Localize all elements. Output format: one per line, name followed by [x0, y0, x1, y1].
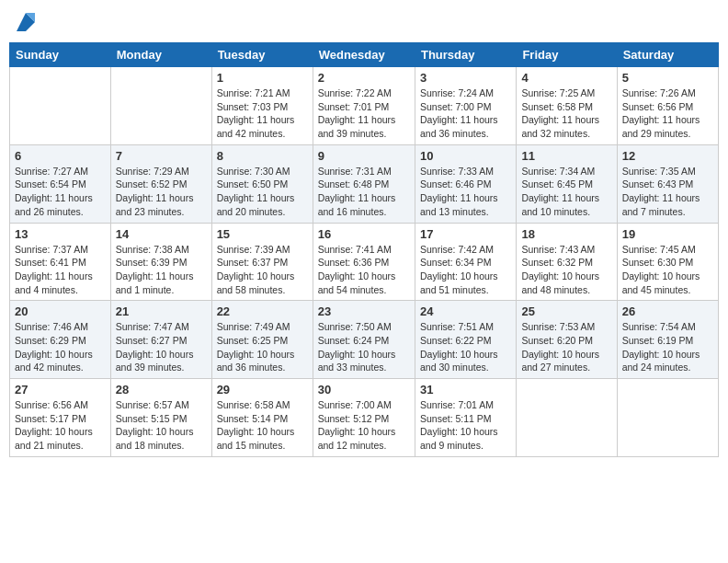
day-info: Sunrise: 7:34 AMSunset: 6:45 PMDaylight:… — [521, 165, 611, 219]
calendar-cell: 20Sunrise: 7:46 AMSunset: 6:29 PMDayligh… — [10, 301, 111, 379]
day-number: 21 — [116, 304, 207, 318]
calendar-cell: 29Sunrise: 6:58 AMSunset: 5:14 PMDayligh… — [211, 379, 313, 457]
calendar-cell: 4Sunrise: 7:25 AMSunset: 6:58 PMDaylight… — [517, 67, 617, 145]
calendar-cell: 30Sunrise: 7:00 AMSunset: 5:12 PMDayligh… — [313, 379, 415, 457]
calendar-cell: 24Sunrise: 7:51 AMSunset: 6:22 PMDayligh… — [415, 301, 516, 379]
calendar-week-3: 13Sunrise: 7:37 AMSunset: 6:41 PMDayligh… — [10, 223, 719, 301]
calendar-cell: 1Sunrise: 7:21 AMSunset: 7:03 PMDaylight… — [211, 67, 313, 145]
day-number: 11 — [521, 149, 611, 163]
day-number: 7 — [116, 149, 207, 163]
calendar-header-tuesday: Tuesday — [211, 43, 313, 67]
calendar-cell: 8Sunrise: 7:30 AMSunset: 6:50 PMDaylight… — [211, 144, 313, 223]
day-info: Sunrise: 7:24 AMSunset: 7:00 PMDaylight:… — [420, 86, 511, 141]
calendar-week-5: 27Sunrise: 6:56 AMSunset: 5:17 PMDayligh… — [10, 379, 719, 457]
calendar-cell: 10Sunrise: 7:33 AMSunset: 6:46 PMDayligh… — [415, 144, 516, 223]
day-info: Sunrise: 6:57 AMSunset: 5:15 PMDaylight:… — [116, 398, 207, 453]
calendar-cell: 27Sunrise: 6:56 AMSunset: 5:17 PMDayligh… — [10, 379, 111, 457]
day-info: Sunrise: 7:51 AMSunset: 6:22 PMDaylight:… — [420, 320, 511, 374]
day-info: Sunrise: 7:29 AMSunset: 6:52 PMDaylight:… — [116, 165, 207, 219]
day-number: 29 — [217, 383, 308, 396]
day-info: Sunrise: 7:33 AMSunset: 6:46 PMDaylight:… — [420, 165, 511, 219]
day-number: 1 — [217, 71, 308, 85]
day-info: Sunrise: 7:49 AMSunset: 6:25 PMDaylight:… — [217, 320, 308, 374]
calendar-cell: 11Sunrise: 7:34 AMSunset: 6:45 PMDayligh… — [517, 144, 617, 223]
day-info: Sunrise: 7:27 AMSunset: 6:54 PMDaylight:… — [15, 165, 106, 219]
day-info: Sunrise: 7:26 AMSunset: 6:56 PMDaylight:… — [622, 86, 713, 141]
day-info: Sunrise: 7:54 AMSunset: 6:19 PMDaylight:… — [622, 320, 713, 374]
calendar-cell: 19Sunrise: 7:45 AMSunset: 6:30 PMDayligh… — [617, 223, 718, 301]
day-number: 13 — [15, 227, 106, 241]
day-info: Sunrise: 6:56 AMSunset: 5:17 PMDaylight:… — [15, 398, 106, 453]
calendar-cell: 26Sunrise: 7:54 AMSunset: 6:19 PMDayligh… — [617, 301, 718, 379]
day-info: Sunrise: 7:21 AMSunset: 7:03 PMDaylight:… — [217, 86, 308, 141]
calendar-cell: 25Sunrise: 7:53 AMSunset: 6:20 PMDayligh… — [517, 301, 617, 379]
day-info: Sunrise: 7:01 AMSunset: 5:11 PMDaylight:… — [420, 398, 511, 453]
calendar-cell: 12Sunrise: 7:35 AMSunset: 6:43 PMDayligh… — [617, 144, 718, 223]
calendar-cell: 14Sunrise: 7:38 AMSunset: 6:39 PMDayligh… — [110, 223, 211, 301]
calendar-cell — [617, 379, 718, 457]
day-number: 4 — [521, 71, 611, 85]
day-number: 28 — [116, 383, 207, 396]
logo-icon — [13, 9, 39, 35]
day-number: 18 — [521, 227, 611, 241]
day-info: Sunrise: 6:58 AMSunset: 5:14 PMDaylight:… — [217, 398, 308, 453]
day-info: Sunrise: 7:43 AMSunset: 6:32 PMDaylight:… — [521, 243, 611, 297]
day-number: 24 — [420, 304, 511, 318]
day-number: 16 — [318, 227, 410, 241]
day-number: 17 — [420, 227, 511, 241]
calendar-table: SundayMondayTuesdayWednesdayThursdayFrid… — [9, 42, 719, 457]
day-info: Sunrise: 7:46 AMSunset: 6:29 PMDaylight:… — [15, 320, 106, 374]
logo — [9, 9, 39, 35]
calendar-cell: 9Sunrise: 7:31 AMSunset: 6:48 PMDaylight… — [313, 144, 415, 223]
day-number: 26 — [622, 304, 713, 318]
calendar-week-2: 6Sunrise: 7:27 AMSunset: 6:54 PMDaylight… — [10, 144, 719, 223]
day-info: Sunrise: 7:22 AMSunset: 7:01 PMDaylight:… — [318, 86, 410, 141]
day-info: Sunrise: 7:31 AMSunset: 6:48 PMDaylight:… — [318, 165, 410, 219]
calendar-header-sunday: Sunday — [10, 43, 111, 67]
calendar-cell — [10, 67, 111, 145]
calendar-cell: 21Sunrise: 7:47 AMSunset: 6:27 PMDayligh… — [110, 301, 211, 379]
day-info: Sunrise: 7:25 AMSunset: 6:58 PMDaylight:… — [521, 86, 611, 141]
day-number: 6 — [15, 149, 106, 163]
calendar-cell: 23Sunrise: 7:50 AMSunset: 6:24 PMDayligh… — [313, 301, 415, 379]
day-number: 8 — [217, 149, 308, 163]
calendar-header-friday: Friday — [517, 43, 617, 67]
calendar-header-monday: Monday — [110, 43, 211, 67]
calendar-header-row: SundayMondayTuesdayWednesdayThursdayFrid… — [10, 43, 719, 67]
calendar-week-1: 1Sunrise: 7:21 AMSunset: 7:03 PMDaylight… — [10, 67, 719, 145]
calendar-cell: 18Sunrise: 7:43 AMSunset: 6:32 PMDayligh… — [517, 223, 617, 301]
calendar-cell: 5Sunrise: 7:26 AMSunset: 6:56 PMDaylight… — [617, 67, 718, 145]
day-number: 14 — [116, 227, 207, 241]
day-number: 2 — [318, 71, 410, 85]
calendar-cell: 22Sunrise: 7:49 AMSunset: 6:25 PMDayligh… — [211, 301, 313, 379]
calendar-cell: 16Sunrise: 7:41 AMSunset: 6:36 PMDayligh… — [313, 223, 415, 301]
day-number: 9 — [318, 149, 410, 163]
day-number: 27 — [15, 383, 106, 396]
day-info: Sunrise: 7:42 AMSunset: 6:34 PMDaylight:… — [420, 243, 511, 297]
calendar-cell: 13Sunrise: 7:37 AMSunset: 6:41 PMDayligh… — [10, 223, 111, 301]
day-info: Sunrise: 7:35 AMSunset: 6:43 PMDaylight:… — [622, 165, 713, 219]
calendar-cell — [517, 379, 617, 457]
calendar-cell: 7Sunrise: 7:29 AMSunset: 6:52 PMDaylight… — [110, 144, 211, 223]
calendar-cell: 28Sunrise: 6:57 AMSunset: 5:15 PMDayligh… — [110, 379, 211, 457]
day-info: Sunrise: 7:45 AMSunset: 6:30 PMDaylight:… — [622, 243, 713, 297]
day-number: 5 — [622, 71, 713, 85]
calendar-cell: 2Sunrise: 7:22 AMSunset: 7:01 PMDaylight… — [313, 67, 415, 145]
day-number: 3 — [420, 71, 511, 85]
day-info: Sunrise: 7:00 AMSunset: 5:12 PMDaylight:… — [318, 398, 410, 453]
calendar-cell: 3Sunrise: 7:24 AMSunset: 7:00 PMDaylight… — [415, 67, 516, 145]
page-header — [9, 9, 719, 35]
day-info: Sunrise: 7:47 AMSunset: 6:27 PMDaylight:… — [116, 320, 207, 374]
day-number: 22 — [217, 304, 308, 318]
day-info: Sunrise: 7:41 AMSunset: 6:36 PMDaylight:… — [318, 243, 410, 297]
day-number: 12 — [622, 149, 713, 163]
day-number: 20 — [15, 304, 106, 318]
day-number: 15 — [217, 227, 308, 241]
day-number: 10 — [420, 149, 511, 163]
calendar-week-4: 20Sunrise: 7:46 AMSunset: 6:29 PMDayligh… — [10, 301, 719, 379]
day-number: 25 — [521, 304, 611, 318]
calendar-cell: 17Sunrise: 7:42 AMSunset: 6:34 PMDayligh… — [415, 223, 516, 301]
calendar-cell: 15Sunrise: 7:39 AMSunset: 6:37 PMDayligh… — [211, 223, 313, 301]
day-info: Sunrise: 7:53 AMSunset: 6:20 PMDaylight:… — [521, 320, 611, 374]
day-info: Sunrise: 7:50 AMSunset: 6:24 PMDaylight:… — [318, 320, 410, 374]
